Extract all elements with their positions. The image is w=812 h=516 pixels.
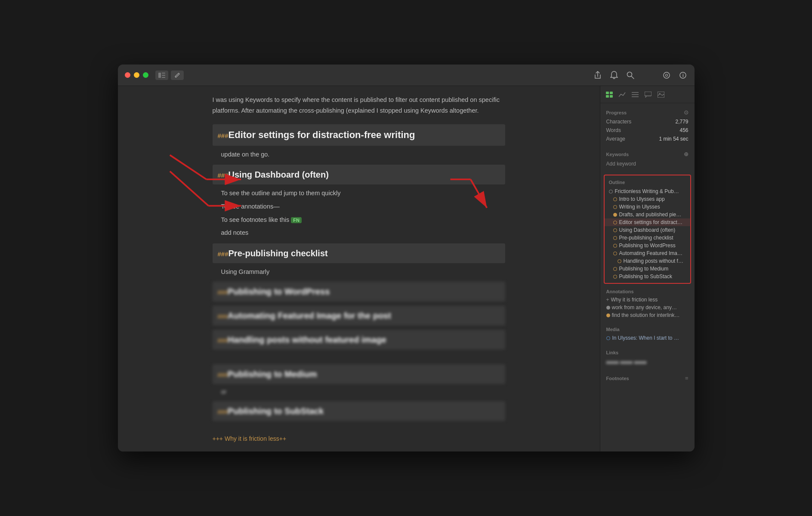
words-label: Words [606,127,621,133]
heading-prefix-2: ### [218,172,228,179]
outline-dot-4 [613,221,617,224]
outline-text-0: Frictionless Writing & Publishing... [615,188,679,194]
outline-text-7: Publishing to WordPress [619,243,676,249]
svg-rect-2 [162,75,165,76]
links-row: ■■■■ ■■■■ ■■■■ [600,357,695,367]
outline-dot-3 [613,213,617,217]
outline-dot-0 [609,190,613,194]
keywords-title: Keywords ⊕ [600,149,695,159]
sidebar-toggle-icon[interactable] [155,71,168,80]
outline-dot-5 [613,228,617,232]
annotation-item-1[interactable]: work from any device, anywhere [600,304,695,311]
progress-icon[interactable]: ⊙ [684,109,689,116]
tab-chart[interactable] [618,91,626,98]
media-item[interactable]: In Ulysses: When I start to write t... [600,334,695,342]
links-section: Links ■■■■ ■■■■ ■■■■ [600,348,695,367]
sidebar-body: Progress ⊙ Characters 2,779 Words 456 Av… [600,103,695,452]
main-window: i I was using Keywords to specify where … [118,64,695,452]
outline-text-10: Publishing to Medium [619,266,669,272]
annotation-item-2[interactable]: find the solution for interlinking p... [600,311,695,319]
words-value: 456 [679,127,688,133]
outline-item-5[interactable]: Using Dashboard (often) [605,226,690,234]
titlebar-right-actions: i [593,71,688,80]
svg-line-5 [631,76,634,79]
outline-item-1[interactable]: Intro to Ulysses app [605,195,690,203]
tab-list[interactable] [631,91,639,98]
media-text: In Ulysses: When I start to write t... [612,335,681,341]
media-section: Media In Ulysses: When I start to write … [600,325,695,342]
outline-text-4: Editor settings for distraction... [619,219,684,225]
outline-dot-10 [613,267,617,271]
svg-rect-3 [162,77,165,78]
footnotes-title: Footnotes [606,376,629,381]
heading-text-dashboard: Using Dashboard (often) [228,170,329,179]
close-button[interactable] [125,72,130,78]
footnotes-bars-icon[interactable]: ≡ [685,375,689,381]
annotation-text-1: work from any device, anywhere [612,304,681,310]
outline-item-11[interactable]: Publishing to SubStack [605,273,690,280]
annotation-item-0[interactable]: + Why it is friction less [600,296,695,304]
body-dashboard-4: add notes [221,227,505,238]
outline-item-6[interactable]: Pre-publishing checklist [605,234,690,242]
outline-item-4[interactable]: Editor settings for distraction... [605,218,690,226]
share-icon[interactable] [593,71,602,80]
outline-item-8[interactable]: Automating Featured Image f... [605,249,690,257]
outline-item-10[interactable]: Publishing to Medium [605,265,690,273]
svg-rect-14 [610,95,613,98]
outline-dot-6 [613,236,617,240]
outline-text-9: Handling posts without fea... [624,258,686,264]
svg-point-7 [665,74,667,76]
svg-rect-1 [162,73,165,74]
annotation-text-0: Why it is friction less [611,297,658,303]
outline-text-3: Drafts, and published pieces... [619,212,684,218]
outline-text-11: Publishing to SubStack [619,273,672,280]
tab-image[interactable] [657,91,665,98]
outline-dot-8 [613,252,617,255]
outline-text-5: Using Dashboard (often) [619,227,676,233]
svg-rect-13 [606,95,609,98]
edit-icon[interactable] [171,71,184,80]
add-keyword[interactable]: Add keyword [600,159,695,169]
blurred-medium: ###Publishing to Medium [213,364,505,384]
fullscreen-button[interactable] [143,72,148,78]
sidebar: Progress ⊙ Characters 2,779 Words 456 Av… [600,86,695,452]
titlebar-left-icons [155,71,184,80]
average-label: Average [606,136,625,142]
svg-rect-0 [158,73,161,78]
outline-item-0[interactable]: Frictionless Writing & Publishing... [605,187,690,195]
outline-item-7[interactable]: Publishing to WordPress [605,242,690,249]
progress-title: Progress ⊙ [600,108,695,117]
heading-block-checklist: ###Pre-publishing checklist [213,243,505,263]
svg-rect-11 [606,92,609,94]
outline-item-2[interactable]: Writing in Ulysses [605,203,690,211]
outline-dot-2 [613,205,617,209]
characters-row: Characters 2,779 [600,117,695,126]
fn-badge: FN [291,217,302,223]
outline-item-9[interactable]: Handling posts without fea... [605,257,690,265]
svg-rect-12 [610,92,613,94]
outline-item-3[interactable]: Drafts, and published pieces... [605,211,690,218]
outline-dot-1 [613,197,617,201]
words-row: Words 456 [600,126,695,135]
settings-icon[interactable] [662,71,671,80]
minimize-button[interactable] [134,72,139,78]
footer-text: +++ Why it is friction less++ [213,434,505,444]
outline-text-6: Pre-publishing checklist [619,235,673,241]
tab-grid[interactable] [605,91,613,98]
search-icon[interactable] [626,71,635,80]
body-dashboard-3: To see footnotes like this FN [221,215,505,225]
keywords-icon[interactable]: ⊕ [684,151,689,157]
traffic-lights [125,72,148,78]
tab-chat[interactable] [644,91,652,98]
blurred-handling: ###Handling posts without featured image [213,330,505,350]
heading-block-dashboard: ###Using Dashboard (often) [213,165,505,184]
annotation-plus-icon: + [606,297,609,303]
intro-paragraph: I was using Keywords to specify where th… [213,95,505,116]
info-icon[interactable]: i [678,71,688,80]
notification-icon[interactable] [609,71,619,80]
annotations-section: Annotations + Why it is friction less wo… [600,287,695,319]
body-dashboard-2: To see annotations— [221,201,505,212]
media-title: Media [600,325,695,334]
blurred-medium-body: or [221,387,505,397]
editor[interactable]: I was using Keywords to specify where th… [118,86,600,452]
